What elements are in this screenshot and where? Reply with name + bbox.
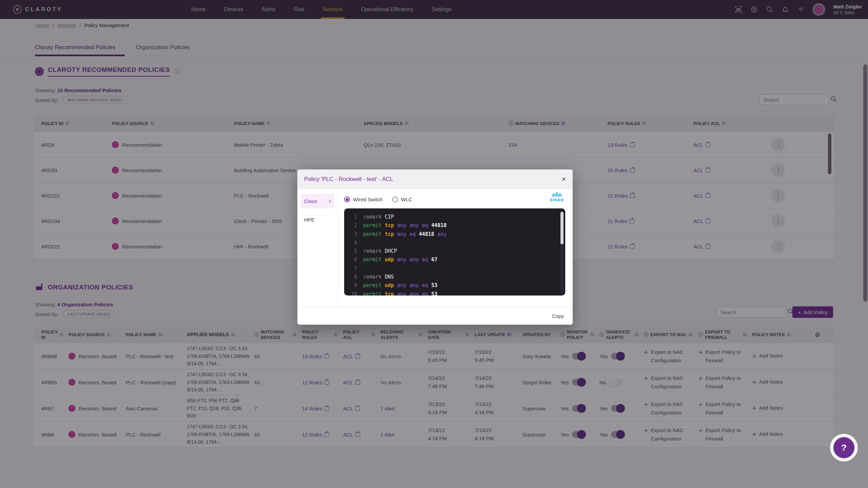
- code-line: 7: [348, 264, 564, 273]
- code-line: 2permittcpanyanyeq44818: [348, 221, 564, 230]
- code-token: 67: [431, 256, 437, 264]
- code-line: 9permitudpanyanyeq53: [348, 281, 564, 290]
- acl-type-radios: Wired Switch WLC: [344, 197, 565, 202]
- code-token: CIP: [385, 213, 394, 221]
- code-token: permit: [363, 256, 381, 264]
- code-token: 44818: [419, 230, 434, 239]
- close-icon[interactable]: ×: [561, 176, 566, 183]
- vendor-label: HPE: [304, 217, 315, 223]
- code-token: any: [410, 256, 419, 264]
- radio-wlc[interactable]: WLC: [392, 197, 412, 202]
- code-token: any: [410, 221, 419, 230]
- page-scrollbar[interactable]: [863, 64, 867, 302]
- vendor-label: Cisco: [304, 198, 317, 204]
- code-token: any: [397, 281, 406, 290]
- code-line: 10permittcpanyanyeq53: [348, 290, 564, 296]
- code-token: permit: [363, 281, 381, 290]
- modal-footer: Copy: [297, 307, 573, 325]
- code-token: 44818: [431, 221, 447, 230]
- copy-button[interactable]: Copy: [552, 313, 564, 319]
- code-token: permit: [363, 290, 381, 296]
- modal-title: Policy 'PLC - Rockwell - test' - ACL: [304, 176, 393, 183]
- code-token: any: [410, 281, 419, 290]
- cisco-logo-word: cisco: [550, 197, 564, 202]
- line-number: 2: [348, 221, 357, 230]
- help-menu-kebab-icon[interactable]: ⋮: [854, 446, 862, 454]
- code-token: any: [397, 221, 406, 230]
- line-number: 4: [348, 239, 357, 247]
- code-line: 1remarkCIP: [348, 213, 564, 221]
- code-token: eq: [422, 281, 428, 290]
- line-number: 7: [348, 264, 357, 273]
- line-number: 3: [348, 230, 357, 239]
- modal-header: Policy 'PLC - Rockwell - test' - ACL ×: [297, 169, 573, 189]
- radio-label: WLC: [401, 197, 412, 202]
- code-token: udp: [385, 256, 394, 264]
- code-token: DNS: [385, 273, 394, 281]
- modal-content: Wired Switch WLC cisco 1remarkCIP: [338, 189, 573, 307]
- code-line: 4: [348, 239, 564, 247]
- code-token: remark: [363, 213, 381, 221]
- code-token: eq: [422, 221, 428, 230]
- line-number: 5: [348, 247, 357, 256]
- code-scrollbar-thumb[interactable]: [560, 212, 564, 244]
- chevron-right-icon: ›: [329, 198, 331, 205]
- code-line: 6permitudpanyanyeq67: [348, 256, 564, 264]
- vendor-item-hpe[interactable]: HPE: [301, 213, 334, 226]
- code-line: 8remarkDNS: [348, 273, 564, 281]
- code-token: permit: [363, 230, 381, 239]
- page: CLAROTY Home Devices Alerts Risk Network…: [0, 0, 868, 488]
- radio-unselected-icon: [392, 197, 398, 202]
- policy-acl-modal: Policy 'PLC - Rockwell - test' - ACL × C…: [297, 169, 573, 325]
- code-token: remark: [363, 273, 381, 281]
- cisco-logo: cisco: [550, 192, 564, 202]
- line-number: 8: [348, 273, 357, 281]
- code-token: permit: [363, 221, 381, 230]
- code-token: DHCP: [385, 247, 397, 256]
- line-number: 9: [348, 281, 357, 290]
- cisco-logo-bars: [550, 192, 564, 197]
- modal-body: Cisco › HPE Wired Switch WLC: [297, 189, 573, 307]
- vendor-list: Cisco › HPE: [297, 189, 338, 307]
- vendor-item-cisco[interactable]: Cisco ›: [301, 194, 334, 208]
- code-token: tcp: [385, 290, 394, 296]
- code-token: tcp: [385, 221, 394, 230]
- code-line: 5remarkDHCP: [348, 247, 564, 256]
- code-token: eq: [422, 256, 428, 264]
- code-token: any: [397, 290, 406, 296]
- code-token: remark: [363, 247, 381, 256]
- radio-wired-switch[interactable]: Wired Switch: [344, 197, 383, 202]
- code-token: eq: [410, 230, 416, 239]
- acl-code-block: 1remarkCIP 2permittcpanyanyeq44818 3perm…: [344, 208, 565, 296]
- code-token: any: [397, 256, 406, 264]
- help-button[interactable]: ?: [833, 437, 854, 458]
- code-token: 53: [431, 290, 437, 296]
- code-line: 3permittcpanyeq44818any: [348, 230, 564, 239]
- line-number: 10: [348, 290, 357, 296]
- line-number: 6: [348, 256, 357, 264]
- code-token: eq: [422, 290, 428, 296]
- code-token: udp: [385, 281, 394, 290]
- code-token: any: [397, 230, 406, 239]
- code-token: tcp: [385, 230, 394, 239]
- code-token: any: [410, 290, 419, 296]
- line-number: 1: [348, 213, 357, 221]
- radio-selected-icon: [344, 197, 350, 202]
- radio-label: Wired Switch: [353, 197, 383, 202]
- code-token: 53: [431, 281, 437, 290]
- code-token: any: [437, 230, 447, 239]
